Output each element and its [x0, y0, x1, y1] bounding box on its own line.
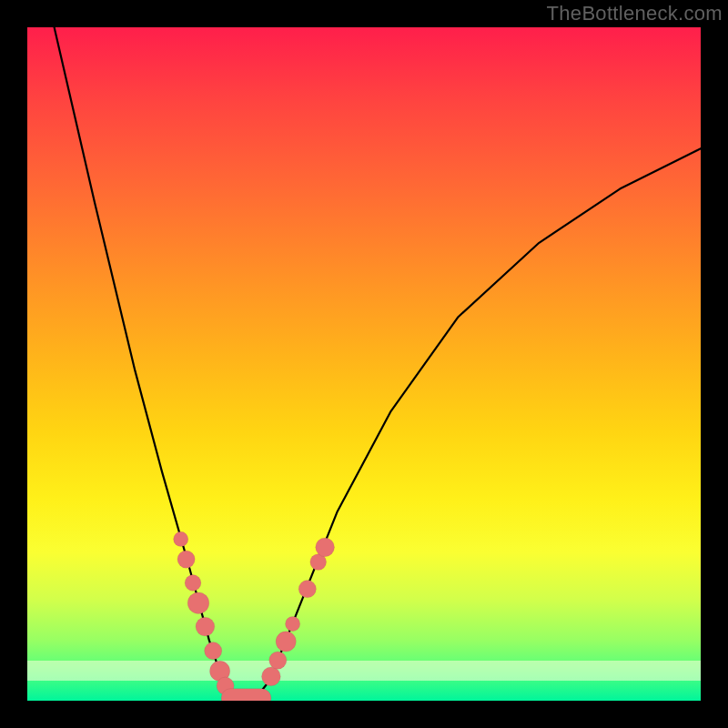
marker-dot: [177, 551, 195, 568]
marker-dot: [185, 575, 201, 592]
marker-dot: [174, 531, 188, 546]
marker-dot: [196, 617, 215, 636]
left-marker-cluster: [174, 531, 235, 694]
marker-dot: [187, 592, 209, 614]
curve-svg: [27, 27, 701, 701]
watermark-text: TheBottleneck.com: [547, 2, 723, 25]
bottleneck-curve: [55, 27, 701, 701]
marker-dot: [286, 617, 300, 632]
chart-frame: TheBottleneck.com: [0, 0, 728, 728]
marker-dot: [316, 538, 335, 557]
marker-dot: [262, 667, 281, 686]
marker-dot: [276, 632, 296, 652]
bottom-pill-marker: [221, 689, 271, 701]
valley-pill: [221, 689, 271, 701]
plot-area: [27, 27, 701, 701]
marker-dot: [205, 642, 222, 660]
marker-dot: [269, 652, 287, 669]
marker-dot: [298, 581, 316, 598]
